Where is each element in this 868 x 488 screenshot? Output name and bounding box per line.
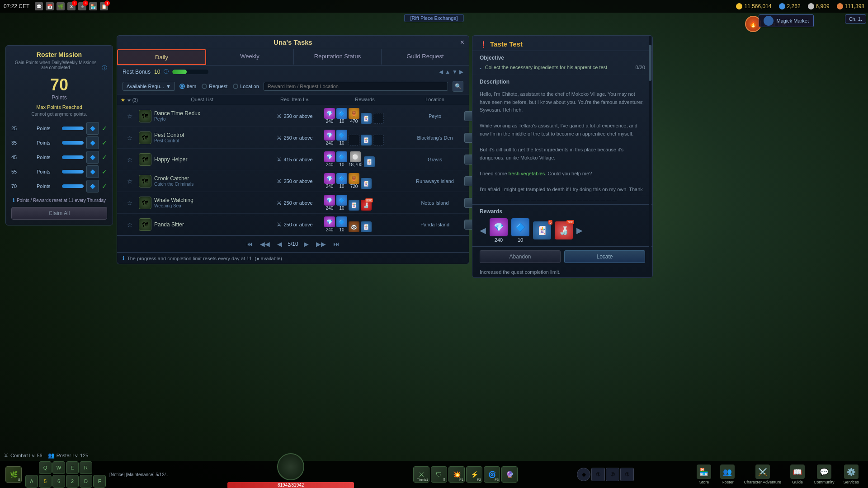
skill-icon-bot3[interactable]: 6: [52, 475, 65, 488]
filter-radio-location[interactable]: Location: [233, 84, 259, 89]
shop-icon[interactable]: 🏪: [89, 2, 97, 10]
minimap: [277, 453, 304, 480]
locate-button[interactable]: Locate: [564, 250, 645, 263]
market-button[interactable]: Magick Market: [759, 14, 814, 27]
mail-icon[interactable]: ✉ !: [67, 2, 75, 10]
skill-icon-q[interactable]: 🌿S: [5, 466, 22, 483]
level-display: ⚔ Combat Lv. 56 👥 Roster Lv. 125: [4, 452, 88, 459]
action-skill-5[interactable]: 🌀F3: [484, 466, 500, 483]
skill-icon-bot6[interactable]: F: [93, 475, 106, 488]
skill-icon-bot5[interactable]: D: [80, 475, 92, 488]
item-lv-icon-1: ⚔: [277, 113, 282, 119]
skill-icon-bot4[interactable]: 2: [66, 475, 79, 488]
reward-crystal-5: 💎: [324, 195, 335, 206]
trinket-1[interactable]: ◆: [577, 468, 590, 481]
detail-scrollbar[interactable]: [649, 36, 651, 277]
window-close-button[interactable]: ×: [460, 38, 464, 47]
rest-bonus-bar-bg: [172, 70, 208, 74]
rest-bonus-bar-fill: [172, 70, 187, 74]
page-next-next-button[interactable]: ▶▶: [314, 239, 328, 249]
rest-arrow-right[interactable]: ▶: [459, 69, 463, 75]
reward-blue-crystal-2: 🔷: [336, 130, 347, 141]
action-skill-1[interactable]: ⚔Thmb1: [413, 466, 429, 483]
alert-icon[interactable]: ⚠ 4: [78, 2, 86, 10]
page-prev-button[interactable]: ◀: [275, 239, 284, 249]
rift-exchange-button[interactable]: [Rift Piece Exchange]: [404, 14, 463, 22]
action-skill-2[interactable]: 🛡⬆: [431, 466, 447, 483]
detail-blue-crystal-icon: 🔷: [511, 218, 529, 236]
nav-community-button[interactable]: 💬 Community: [810, 463, 838, 486]
rest-arrow-left[interactable]: ◀: [439, 69, 443, 75]
objective-progress: 0/20: [636, 65, 645, 70]
progress-notice: ℹ The progress and completion limit rese…: [117, 252, 469, 264]
calendar-icon[interactable]: 📅: [46, 2, 54, 10]
unas-tasks-window: Una's Tasks × Daily Weekly Reputation St…: [117, 35, 469, 264]
tier-25-reward: 🔷: [86, 122, 99, 135]
page-next-button[interactable]: ▶: [302, 239, 311, 249]
detail-reward-crystal: 💎 240: [490, 218, 508, 243]
rest-arrow-up[interactable]: ▲: [445, 69, 450, 75]
abandon-button[interactable]: Abandon: [480, 250, 561, 263]
quest-item-lv-5: ⚔ 250 or above: [265, 200, 324, 206]
channel-select[interactable]: Ch. 1.: [845, 14, 866, 23]
claim-all-button[interactable]: Claim All: [11, 207, 107, 220]
col-header-location: Location: [406, 97, 464, 103]
nav-adventure-button[interactable]: ⚔️ Character Adventure: [740, 463, 785, 486]
filter-dropdown[interactable]: Available Requ... ▼: [123, 82, 175, 91]
skill-icon-bot1[interactable]: A: [25, 475, 38, 488]
orange-coin-icon: [837, 3, 843, 9]
quest-star-1[interactable]: ☆: [121, 113, 139, 120]
reward-slot-2d: 🃏: [361, 135, 372, 145]
quest-location-5: Notos Island: [406, 200, 464, 206]
tier-55-reward: 🔷: [86, 165, 99, 178]
skill-icon-top3[interactable]: E: [66, 461, 79, 474]
reward-slot-2a: 💎 240: [324, 130, 335, 145]
skill-icon-bot2[interactable]: 5: [39, 475, 52, 488]
nav-roster-button[interactable]: 👥 Roster: [717, 463, 738, 486]
quest-star-3[interactable]: ☆: [121, 156, 139, 163]
quest-name-cell-4: 🗺 Crook Catcher Catch the Criminals: [139, 175, 265, 188]
page-first-button[interactable]: ⏮: [245, 239, 255, 249]
quest-star-4[interactable]: ☆: [121, 178, 139, 185]
tab-guild-request[interactable]: Guild Request: [382, 49, 469, 65]
tab-reputation[interactable]: Reputation Status: [294, 49, 382, 65]
quest-info-6: Panda Sitter: [154, 221, 184, 228]
nav-store-button[interactable]: 🏪 Store: [693, 463, 715, 486]
quest-detail-title: ❗ Taste Test: [472, 36, 652, 51]
tab-daily[interactable]: Daily: [117, 49, 206, 65]
skill-icon-top1[interactable]: Q: [39, 461, 52, 474]
quest-star-2[interactable]: ☆: [121, 134, 139, 141]
search-input[interactable]: [264, 82, 448, 91]
page-prev-prev-button[interactable]: ◀◀: [258, 239, 272, 249]
skill-icon-top2[interactable]: W: [52, 461, 65, 474]
rewards-inline-3: 💎 240 🔷 10 ⚪ 18,700 🃏: [324, 151, 375, 167]
quest-location-3: Gravis: [406, 157, 464, 162]
skill-icon-top4[interactable]: R: [80, 461, 92, 474]
detail-card-icon: 🃏 5: [533, 221, 551, 239]
action-skill-6[interactable]: 🔮: [501, 466, 518, 483]
leaf-icon[interactable]: 🌿: [57, 2, 65, 10]
filter-radio-request[interactable]: Request: [202, 84, 227, 89]
trinket-4[interactable]: ③: [620, 468, 634, 481]
tier-45-reward: 🔷: [86, 151, 99, 164]
action-skill-4[interactable]: ⚡F2: [466, 466, 482, 483]
trinket-3[interactable]: ②: [606, 468, 619, 481]
action-skill-3[interactable]: 💥F1: [448, 466, 465, 483]
page-last-button[interactable]: ⏭: [331, 239, 341, 249]
quest-star-5[interactable]: ☆: [121, 199, 139, 206]
nav-guide-button[interactable]: 📖 Guide: [787, 463, 808, 486]
col-header-star: ★ ★ (3): [121, 97, 139, 103]
hp-text: 81942/81942: [227, 482, 354, 488]
search-button[interactable]: 🔍: [453, 81, 463, 92]
rewards-prev-button[interactable]: ◀: [480, 225, 486, 235]
filter-radio-item[interactable]: Item: [179, 84, 196, 89]
quest-icon[interactable]: 📋 3: [100, 2, 108, 10]
trinket-2[interactable]: ①: [591, 468, 605, 481]
chat-icon[interactable]: 💬: [35, 2, 43, 10]
tab-weekly[interactable]: Weekly: [206, 49, 294, 65]
rest-arrow-down[interactable]: ▼: [452, 69, 458, 75]
quest-info-5: Whale Watching Weeping Sea: [154, 197, 193, 208]
quest-star-6[interactable]: ☆: [121, 221, 139, 228]
rewards-next-button[interactable]: ▶: [576, 225, 583, 235]
nav-services-button[interactable]: ⚙️ Services: [840, 463, 863, 486]
